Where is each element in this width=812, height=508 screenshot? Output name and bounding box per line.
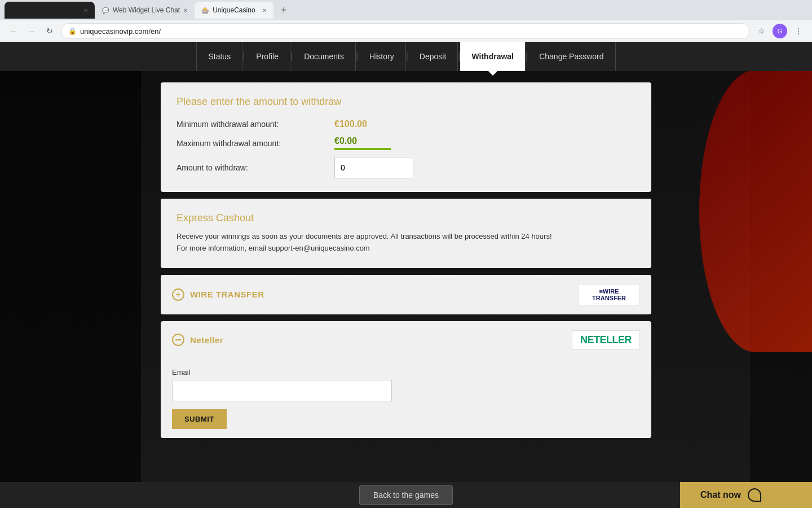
tab-2[interactable]: 💬 Web Widget Live Chat ✕ bbox=[95, 2, 195, 19]
max-withdrawal-row: Maximum withdrawal amount: €0.00 bbox=[176, 136, 636, 150]
chat-now-button[interactable]: Chat now bbox=[680, 482, 812, 508]
bottom-bar: Back to the games Chat now bbox=[0, 482, 812, 508]
tab-2-close[interactable]: ✕ bbox=[183, 7, 188, 14]
neteller-left: − Neteller bbox=[172, 334, 223, 346]
express-cashout-text-1: Receive your winnings as soon as your do… bbox=[176, 231, 636, 243]
withdrawal-amount-card: Please enter the amount to withdraw Mini… bbox=[161, 82, 651, 192]
wire-transfer-header: + WIRE TRANSFER ≡WIRE TRANSFER bbox=[172, 284, 640, 305]
max-withdrawal-label: Maximum withdrawal amount: bbox=[176, 139, 334, 148]
nav-item-history[interactable]: History bbox=[358, 42, 406, 71]
nav-item-status[interactable]: Status bbox=[196, 42, 242, 71]
content-wrapper: Please enter the amount to withdraw Mini… bbox=[161, 82, 651, 497]
express-cashout-text-2: For more information, email support-en@u… bbox=[176, 243, 636, 255]
submit-button[interactable]: SUBMIT bbox=[172, 409, 227, 429]
tab-3-label: UniqueCasino bbox=[213, 6, 255, 14]
menu-icon[interactable]: ⋮ bbox=[792, 24, 805, 38]
new-tab-button[interactable]: + bbox=[276, 2, 292, 18]
url-text: uniquecasinovip.com/en/ bbox=[80, 27, 743, 36]
wire-transfer-card: + WIRE TRANSFER ≡WIRE TRANSFER bbox=[161, 275, 651, 314]
tab-3[interactable]: 🎰 UniqueCasino ✕ bbox=[195, 2, 273, 19]
wire-transfer-title: WIRE TRANSFER bbox=[190, 290, 264, 299]
profile-avatar[interactable]: G bbox=[773, 24, 787, 38]
max-withdrawal-bar bbox=[334, 148, 391, 150]
main-content: Please enter the amount to withdraw Mini… bbox=[0, 71, 812, 508]
min-withdrawal-label: Minimum withdrawal amount: bbox=[176, 120, 334, 129]
email-input[interactable] bbox=[172, 380, 392, 401]
address-bar: ← → ↻ 🔒 uniquecasinovip.com/en/ ☆ G ⋮ bbox=[0, 20, 812, 42]
amount-input[interactable] bbox=[334, 157, 413, 178]
amount-input-row: Amount to withdraw: bbox=[176, 157, 636, 178]
url-bar[interactable]: 🔒 uniquecasinovip.com/en/ bbox=[61, 23, 750, 39]
neteller-body: Email SUBMIT bbox=[172, 359, 640, 429]
wire-transfer-logo-box: ≡WIRE TRANSFER bbox=[578, 284, 640, 305]
nav-item-documents[interactable]: Documents bbox=[293, 42, 356, 71]
browser-chrome: ✕ 💬 Web Widget Live Chat ✕ 🎰 UniqueCasin… bbox=[0, 0, 812, 42]
bookmark-icon[interactable]: ☆ bbox=[754, 24, 768, 38]
chat-now-label: Chat now bbox=[700, 490, 741, 500]
neteller-title: Neteller bbox=[190, 335, 223, 345]
tab-1-favicon bbox=[11, 7, 18, 14]
neteller-toggle[interactable]: − bbox=[172, 334, 184, 346]
neteller-header: − Neteller NETELLER bbox=[172, 330, 640, 350]
min-withdrawal-value: €100.00 bbox=[334, 119, 367, 129]
express-cashout-card: Express Cashout Receive your winnings as… bbox=[161, 199, 651, 268]
neteller-logo: NETELLER bbox=[580, 334, 632, 346]
email-label: Email bbox=[172, 368, 640, 376]
reload-button[interactable]: ↻ bbox=[43, 24, 56, 38]
nav-item-profile[interactable]: Profile bbox=[245, 42, 290, 71]
neteller-logo-box: NETELLER bbox=[572, 330, 640, 350]
tab-3-close[interactable]: ✕ bbox=[262, 7, 267, 14]
min-withdrawal-row: Minimum withdrawal amount: €100.00 bbox=[176, 119, 636, 129]
max-withdrawal-value: €0.00 bbox=[334, 136, 357, 146]
tab-1[interactable]: ✕ bbox=[5, 2, 95, 19]
back-to-games-button[interactable]: Back to the games bbox=[359, 485, 453, 505]
tab-2-favicon: 💬 bbox=[102, 6, 109, 14]
forward-button[interactable]: → bbox=[25, 24, 38, 38]
withdrawal-title: Please enter the amount to withdraw bbox=[176, 96, 636, 108]
wire-transfer-left: + WIRE TRANSFER bbox=[172, 288, 264, 301]
nav-item-withdrawal[interactable]: Withdrawal bbox=[460, 42, 526, 71]
top-nav: Status | Profile | Documents | History |… bbox=[0, 42, 812, 71]
page-background: Status | Profile | Documents | History |… bbox=[0, 42, 812, 508]
nav-item-change-password[interactable]: Change Password bbox=[528, 42, 615, 71]
express-cashout-title: Express Cashout bbox=[176, 212, 636, 224]
back-button[interactable]: ← bbox=[7, 24, 20, 38]
chat-bubble-icon bbox=[748, 488, 761, 502]
wire-transfer-logo: ≡WIRE TRANSFER bbox=[592, 288, 626, 301]
tab-1-close[interactable]: ✕ bbox=[83, 7, 88, 14]
lock-icon: 🔒 bbox=[68, 27, 77, 35]
nav-item-deposit[interactable]: Deposit bbox=[408, 42, 458, 71]
tab-2-label: Web Widget Live Chat bbox=[113, 6, 180, 14]
tab-bar: ✕ 💬 Web Widget Live Chat ✕ 🎰 UniqueCasin… bbox=[0, 0, 812, 20]
tab-3-favicon: 🎰 bbox=[201, 6, 209, 14]
neteller-card: − Neteller NETELLER Email SUBMIT bbox=[161, 321, 651, 438]
wire-transfer-toggle[interactable]: + bbox=[172, 288, 184, 301]
amount-input-label: Amount to withdraw: bbox=[176, 163, 334, 172]
